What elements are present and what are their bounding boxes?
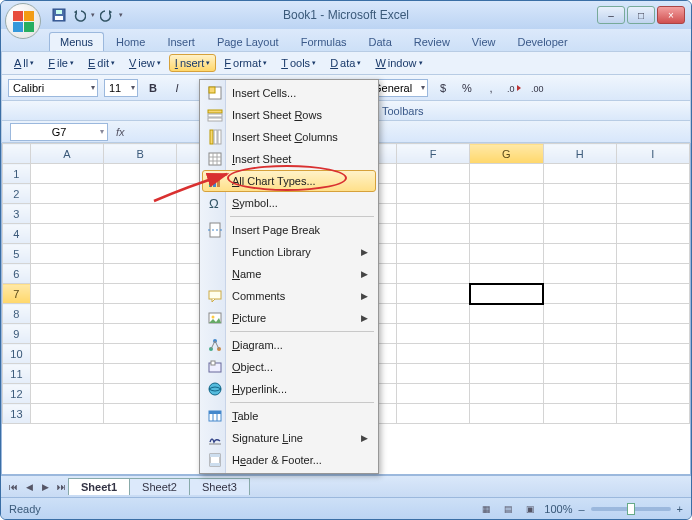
col-header-F[interactable]: F xyxy=(397,144,470,164)
zoom-out-button[interactable]: – xyxy=(578,503,584,515)
bold-button[interactable]: B xyxy=(144,79,162,97)
menu-edit[interactable]: Edit ▾ xyxy=(82,54,121,72)
ribbon-tab-developer[interactable]: Developer xyxy=(508,33,578,51)
col-header-B[interactable]: B xyxy=(104,144,177,164)
row-header-9[interactable]: 9 xyxy=(3,324,31,344)
cell-H10[interactable] xyxy=(543,344,616,364)
cell-F5[interactable] xyxy=(397,244,470,264)
menu-item-insert-sheet-rows[interactable]: Insert Sheet Rows xyxy=(202,104,376,126)
menu-all[interactable]: All ▾ xyxy=(8,54,40,72)
cell-I9[interactable] xyxy=(616,324,689,344)
office-button[interactable] xyxy=(5,3,41,39)
col-header-H[interactable]: H xyxy=(543,144,616,164)
ribbon-tab-data[interactable]: Data xyxy=(359,33,402,51)
cell-I10[interactable] xyxy=(616,344,689,364)
cell-H1[interactable] xyxy=(543,164,616,184)
menu-file[interactable]: File ▾ xyxy=(42,54,80,72)
cell-G2[interactable] xyxy=(470,184,543,204)
cell-G4[interactable] xyxy=(470,224,543,244)
cell-I3[interactable] xyxy=(616,204,689,224)
cell-H7[interactable] xyxy=(543,284,616,304)
cell-H5[interactable] xyxy=(543,244,616,264)
cell-B5[interactable] xyxy=(104,244,177,264)
cell-B12[interactable] xyxy=(104,384,177,404)
menu-item-object[interactable]: Object... xyxy=(202,356,376,378)
col-header-G[interactable]: G xyxy=(470,144,543,164)
comma-button[interactable]: , xyxy=(482,79,500,97)
row-header-12[interactable]: 12 xyxy=(3,384,31,404)
cell-F4[interactable] xyxy=(397,224,470,244)
row-header-13[interactable]: 13 xyxy=(3,404,31,424)
sheet-tab-sheet3[interactable]: Sheet3 xyxy=(189,478,250,495)
cell-B8[interactable] xyxy=(104,304,177,324)
menu-insert[interactable]: Insert ▾ xyxy=(169,54,217,72)
cell-B4[interactable] xyxy=(104,224,177,244)
cell-I1[interactable] xyxy=(616,164,689,184)
row-header-11[interactable]: 11 xyxy=(3,364,31,384)
cell-I4[interactable] xyxy=(616,224,689,244)
menu-view[interactable]: View ▾ xyxy=(123,54,167,72)
row-header-5[interactable]: 5 xyxy=(3,244,31,264)
sheet-tab-sheet2[interactable]: Sheet2 xyxy=(129,478,190,495)
cell-G8[interactable] xyxy=(470,304,543,324)
cell-A8[interactable] xyxy=(30,304,103,324)
cell-I8[interactable] xyxy=(616,304,689,324)
menu-tools[interactable]: Tools ▾ xyxy=(275,54,322,72)
col-header-I[interactable]: I xyxy=(616,144,689,164)
cell-G11[interactable] xyxy=(470,364,543,384)
menu-item-diagram[interactable]: Diagram... xyxy=(202,334,376,356)
cell-F2[interactable] xyxy=(397,184,470,204)
menu-item-function-library[interactable]: Function Library▶ xyxy=(202,241,376,263)
cell-F1[interactable] xyxy=(397,164,470,184)
cell-F6[interactable] xyxy=(397,264,470,284)
ribbon-tab-view[interactable]: View xyxy=(462,33,506,51)
cell-F11[interactable] xyxy=(397,364,470,384)
menu-window[interactable]: Window ▾ xyxy=(369,54,428,72)
minimize-button[interactable]: – xyxy=(597,6,625,24)
row-header-4[interactable]: 4 xyxy=(3,224,31,244)
cell-I11[interactable] xyxy=(616,364,689,384)
menu-item-insert-sheet-columns[interactable]: Insert Sheet Columns xyxy=(202,126,376,148)
cell-H3[interactable] xyxy=(543,204,616,224)
view-layout-icon[interactable]: ▤ xyxy=(500,501,516,517)
cell-I6[interactable] xyxy=(616,264,689,284)
view-pagebreak-icon[interactable]: ▣ xyxy=(522,501,538,517)
cell-H6[interactable] xyxy=(543,264,616,284)
menu-item-insert-page-break[interactable]: Insert Page Break xyxy=(202,219,376,241)
increase-decimal-button[interactable]: .00 xyxy=(530,79,548,97)
menu-item-table[interactable]: Table xyxy=(202,405,376,427)
cell-G12[interactable] xyxy=(470,384,543,404)
cell-B11[interactable] xyxy=(104,364,177,384)
sheet-nav-prev[interactable]: ◀ xyxy=(21,479,37,495)
cell-A3[interactable] xyxy=(30,204,103,224)
cell-I13[interactable] xyxy=(616,404,689,424)
menu-item-insert-sheet[interactable]: Insert Sheet xyxy=(202,148,376,170)
percent-button[interactable]: % xyxy=(458,79,476,97)
row-header-3[interactable]: 3 xyxy=(3,204,31,224)
currency-button[interactable]: $ xyxy=(434,79,452,97)
font-size-select[interactable]: 11 xyxy=(104,79,138,97)
ribbon-tab-page-layout[interactable]: Page Layout xyxy=(207,33,289,51)
row-header-6[interactable]: 6 xyxy=(3,264,31,284)
view-normal-icon[interactable]: ▦ xyxy=(478,501,494,517)
cell-B3[interactable] xyxy=(104,204,177,224)
cell-B7[interactable] xyxy=(104,284,177,304)
menu-item-name[interactable]: Name▶ xyxy=(202,263,376,285)
cell-I12[interactable] xyxy=(616,384,689,404)
cell-F13[interactable] xyxy=(397,404,470,424)
zoom-in-button[interactable]: + xyxy=(677,503,683,515)
select-all-corner[interactable] xyxy=(3,144,31,164)
cell-B2[interactable] xyxy=(104,184,177,204)
menu-format[interactable]: Format ▾ xyxy=(218,54,273,72)
row-header-8[interactable]: 8 xyxy=(3,304,31,324)
col-header-A[interactable]: A xyxy=(30,144,103,164)
cell-I7[interactable] xyxy=(616,284,689,304)
row-header-2[interactable]: 2 xyxy=(3,184,31,204)
cell-B13[interactable] xyxy=(104,404,177,424)
cell-A13[interactable] xyxy=(30,404,103,424)
row-header-1[interactable]: 1 xyxy=(3,164,31,184)
redo-icon[interactable] xyxy=(99,7,115,23)
sheet-tab-sheet1[interactable]: Sheet1 xyxy=(68,478,130,495)
menu-item-symbol[interactable]: ΩSymbol... xyxy=(202,192,376,214)
cell-A9[interactable] xyxy=(30,324,103,344)
